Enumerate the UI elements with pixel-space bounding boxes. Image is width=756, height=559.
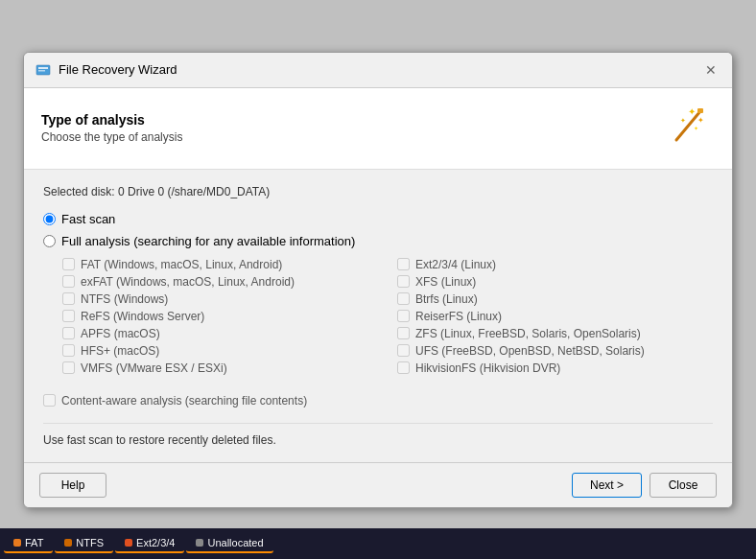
svg-text:✦: ✦ bbox=[697, 116, 704, 125]
fs-ufs[interactable]: UFS (FreeBSD, OpenBSD, NetBSD, Solaris) bbox=[397, 342, 713, 360]
wand-icon: ✦ ✦ ✦ ✦ bbox=[667, 102, 715, 150]
fs-fat[interactable]: FAT (Windows, macOS, Linux, Android) bbox=[62, 256, 378, 273]
description-text: Use fast scan to restore recently delete… bbox=[43, 423, 713, 447]
fs-right-column: Ext2/3/4 (Linux) XFS (Linux) Btrfs (Linu… bbox=[397, 256, 713, 377]
fs-exfat-checkbox[interactable] bbox=[62, 275, 75, 288]
app-icon bbox=[35, 62, 51, 78]
help-button[interactable]: Help bbox=[39, 473, 106, 498]
fs-btrfs-label: Btrfs (Linux) bbox=[415, 292, 478, 306]
svg-text:✦: ✦ bbox=[680, 117, 686, 124]
fs-ufs-checkbox[interactable] bbox=[397, 344, 410, 357]
header-section: Type of analysis Choose the type of anal… bbox=[24, 88, 732, 170]
fat-dot bbox=[13, 539, 21, 547]
fs-btrfs[interactable]: Btrfs (Linux) bbox=[397, 291, 713, 308]
analysis-type-heading: Type of analysis bbox=[41, 112, 182, 128]
header-text: Type of analysis Choose the type of anal… bbox=[41, 112, 182, 144]
fs-ufs-label: UFS (FreeBSD, OpenBSD, NetBSD, Solaris) bbox=[415, 344, 645, 358]
fs-reiserfs-checkbox[interactable] bbox=[397, 310, 410, 322]
full-analysis-option[interactable]: Full analysis (searching for any availab… bbox=[43, 234, 713, 248]
fs-xfs[interactable]: XFS (Linux) bbox=[397, 273, 713, 291]
taskbar: FAT NTFS Ext2/3/4 Unallocated bbox=[0, 528, 756, 559]
fs-ext-checkbox[interactable] bbox=[397, 258, 410, 270]
taskbar-fat[interactable]: FAT bbox=[4, 534, 53, 553]
filesystem-section: FAT (Windows, macOS, Linux, Android) exF… bbox=[62, 256, 713, 377]
dialog-title: File Recovery Wizard bbox=[59, 62, 177, 77]
fs-columns: FAT (Windows, macOS, Linux, Android) exF… bbox=[62, 256, 713, 377]
fs-ntfs-label: NTFS (Windows) bbox=[81, 292, 168, 306]
fs-exfat[interactable]: exFAT (Windows, macOS, Linux, Android) bbox=[62, 273, 378, 291]
fs-ext-label: Ext2/3/4 (Linux) bbox=[415, 258, 496, 271]
close-button[interactable]: Close bbox=[650, 473, 717, 498]
title-bar: File Recovery Wizard ✕ bbox=[24, 53, 732, 88]
fs-fat-checkbox[interactable] bbox=[62, 258, 75, 270]
fs-hikvision[interactable]: HikvisionFS (Hikvision DVR) bbox=[397, 360, 713, 377]
svg-rect-1 bbox=[38, 67, 48, 69]
close-title-button[interactable]: ✕ bbox=[701, 60, 721, 80]
taskbar-fat-label: FAT bbox=[25, 537, 43, 548]
full-analysis-label: Full analysis (searching for any availab… bbox=[61, 234, 355, 248]
taskbar-ext-label: Ext2/3/4 bbox=[136, 537, 175, 548]
fs-refs-label: ReFS (Windows Server) bbox=[81, 310, 204, 323]
fs-apfs-label: APFS (macOS) bbox=[81, 327, 160, 340]
fs-zfs[interactable]: ZFS (Linux, FreeBSD, Solaris, OpenSolari… bbox=[397, 325, 713, 342]
taskbar-ntfs[interactable]: NTFS bbox=[55, 534, 113, 553]
next-button[interactable]: Next > bbox=[572, 473, 642, 498]
fs-btrfs-checkbox[interactable] bbox=[397, 292, 410, 305]
fs-refs-checkbox[interactable] bbox=[62, 310, 75, 322]
content-area: Selected disk: 0 Drive 0 (/share/MD0_DAT… bbox=[24, 170, 732, 462]
fs-refs[interactable]: ReFS (Windows Server) bbox=[62, 308, 378, 325]
svg-text:✦: ✦ bbox=[688, 106, 696, 117]
fs-exfat-label: exFAT (Windows, macOS, Linux, Android) bbox=[81, 275, 295, 289]
fs-left-column: FAT (Windows, macOS, Linux, Android) exF… bbox=[62, 256, 378, 377]
fs-hfsplus-label: HFS+ (macOS) bbox=[81, 344, 159, 358]
analysis-subtitle: Choose the type of analysis bbox=[41, 130, 182, 144]
fs-reiserfs-label: ReiserFS (Linux) bbox=[415, 310, 502, 323]
fs-fat-label: FAT (Windows, macOS, Linux, Android) bbox=[81, 258, 282, 271]
content-aware-section[interactable]: Content-aware analysis (searching file c… bbox=[43, 394, 713, 408]
fs-apfs-checkbox[interactable] bbox=[62, 327, 75, 339]
content-aware-checkbox[interactable] bbox=[43, 394, 56, 407]
fs-xfs-label: XFS (Linux) bbox=[415, 275, 476, 289]
fast-scan-radio[interactable] bbox=[43, 213, 56, 225]
fs-xfs-checkbox[interactable] bbox=[397, 275, 410, 288]
svg-text:✦: ✦ bbox=[694, 126, 698, 131]
wizard-icon: ✦ ✦ ✦ ✦ bbox=[667, 102, 715, 155]
fs-hfsplus-checkbox[interactable] bbox=[62, 344, 75, 357]
fs-ext[interactable]: Ext2/3/4 (Linux) bbox=[397, 256, 713, 273]
fs-vmfs-checkbox[interactable] bbox=[62, 361, 75, 374]
ntfs-dot bbox=[64, 539, 72, 547]
title-bar-left: File Recovery Wizard bbox=[35, 62, 177, 78]
file-recovery-dialog: File Recovery Wizard ✕ Type of analysis … bbox=[23, 52, 733, 508]
fast-scan-option[interactable]: Fast scan bbox=[43, 212, 713, 226]
fs-hfsplus[interactable]: HFS+ (macOS) bbox=[62, 342, 378, 360]
content-aware-label: Content-aware analysis (searching file c… bbox=[61, 394, 307, 408]
fs-vmfs-label: VMFS (VMware ESX / ESXi) bbox=[81, 361, 227, 375]
fs-reiserfs[interactable]: ReiserFS (Linux) bbox=[397, 308, 713, 325]
fs-zfs-label: ZFS (Linux, FreeBSD, Solaris, OpenSolari… bbox=[415, 327, 641, 340]
svg-rect-4 bbox=[697, 108, 703, 113]
taskbar-ntfs-label: NTFS bbox=[76, 537, 104, 548]
fs-ntfs[interactable]: NTFS (Windows) bbox=[62, 291, 378, 308]
fs-apfs[interactable]: APFS (macOS) bbox=[62, 325, 378, 342]
fast-scan-label: Fast scan bbox=[61, 212, 115, 226]
taskbar-ext[interactable]: Ext2/3/4 bbox=[115, 534, 184, 553]
taskbar-unalloc-label: Unallocated bbox=[207, 537, 263, 548]
fs-ntfs-checkbox[interactable] bbox=[62, 292, 75, 305]
footer: Help Next > Close bbox=[24, 462, 732, 507]
taskbar-unallocated[interactable]: Unallocated bbox=[186, 534, 272, 553]
selected-disk-info: Selected disk: 0 Drive 0 (/share/MD0_DAT… bbox=[43, 185, 713, 198]
ext-dot bbox=[125, 539, 132, 547]
fs-hikvision-label: HikvisionFS (Hikvision DVR) bbox=[415, 361, 560, 375]
fs-hikvision-checkbox[interactable] bbox=[397, 361, 410, 374]
fs-zfs-checkbox[interactable] bbox=[397, 327, 410, 339]
footer-buttons-right: Next > Close bbox=[572, 473, 717, 498]
fs-vmfs[interactable]: VMFS (VMware ESX / ESXi) bbox=[62, 360, 378, 377]
full-analysis-radio[interactable] bbox=[43, 235, 56, 247]
svg-rect-2 bbox=[38, 70, 45, 72]
unalloc-dot bbox=[196, 539, 203, 547]
